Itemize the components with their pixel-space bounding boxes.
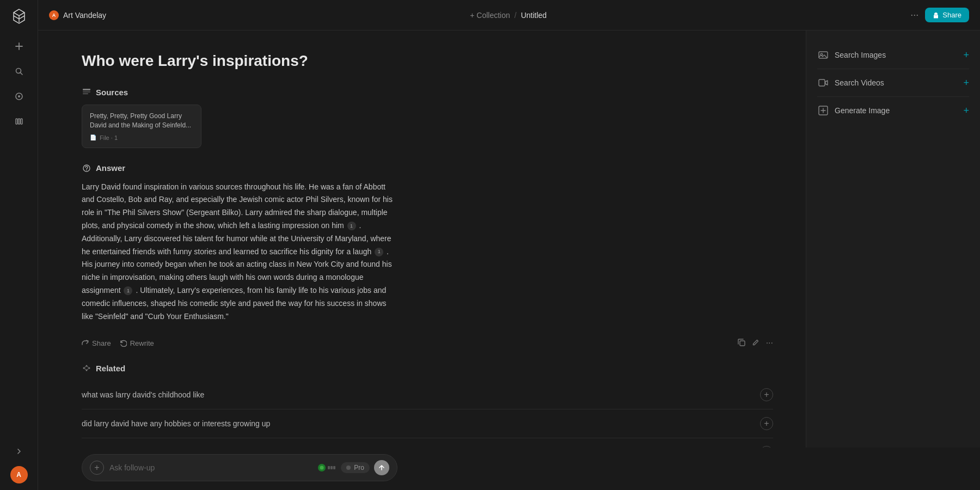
share-icon — [82, 340, 89, 347]
topbar: A Art Vandelay + Collection / Untitled ·… — [38, 0, 980, 30]
sources-label: Sources — [96, 88, 128, 97]
source-card-footer: 📄 File · 1 — [90, 134, 193, 141]
search-videos-item[interactable]: Search Videos + — [817, 69, 969, 97]
citation-1: 1 — [347, 222, 356, 230]
related-item-text: did larry david have any hobbies or inte… — [82, 419, 270, 428]
share-answer-label: Share — [92, 339, 111, 347]
panel-item-left: Search Videos — [817, 77, 884, 89]
content-area: Who were Larry's inspirations? Sources P… — [38, 30, 980, 448]
generate-image-icon — [817, 105, 829, 117]
svg-rect-3 — [16, 119, 17, 124]
share-answer-button[interactable]: Share — [82, 339, 111, 347]
answer-actions: Share Rewrite ··· — [82, 332, 773, 348]
more-answer-button[interactable]: ··· — [766, 338, 773, 348]
follow-up-input[interactable] — [109, 463, 311, 472]
pro-dot — [346, 465, 351, 470]
related-item[interactable]: what was larry david's childhood like + — [82, 381, 773, 409]
copy-button[interactable] — [738, 339, 745, 348]
right-panel: Search Images + Search Videos + — [806, 30, 980, 448]
lock-icon — [933, 12, 939, 19]
svg-rect-11 — [740, 341, 745, 346]
svg-point-21 — [320, 466, 324, 470]
avatar[interactable]: A — [10, 466, 28, 483]
related-item-text: what was larry david's childhood like — [82, 390, 204, 399]
answer-section: Answer Larry David found inspiration in … — [82, 163, 773, 348]
related-plus-icon: + — [760, 417, 773, 430]
library-button[interactable] — [9, 111, 29, 132]
sources-section: Sources Pretty, Pretty, Pretty Good Larr… — [82, 87, 773, 148]
pro-label: Pro — [354, 464, 364, 471]
svg-rect-4 — [18, 119, 20, 124]
topbar-user[interactable]: A Art Vandelay — [49, 10, 106, 20]
source-card-meta: File · 1 — [100, 134, 118, 141]
answer-part-1: Larry David found inspiration in various… — [82, 182, 393, 230]
sources-icon — [82, 87, 91, 97]
send-icon — [378, 464, 385, 471]
more-options-button[interactable]: ··· — [910, 9, 918, 21]
share-label: Share — [942, 11, 961, 19]
edit-button[interactable] — [752, 339, 759, 348]
edit-icon — [752, 339, 759, 346]
input-right-controls: Pro — [317, 460, 389, 475]
topbar-right: ··· Share — [910, 8, 969, 22]
related-section: Related what was larry david's childhood… — [82, 363, 773, 448]
svg-point-13 — [86, 365, 88, 367]
svg-point-15 — [86, 370, 88, 371]
bottom-bar: + Pro — [38, 448, 980, 490]
app-logo[interactable] — [9, 7, 29, 27]
svg-rect-5 — [21, 119, 22, 124]
panel-add-icon: + — [963, 77, 969, 89]
collection-label[interactable]: + Collection — [470, 11, 510, 20]
source-card-title: Pretty, Pretty, Pretty Good Larry David … — [90, 112, 193, 130]
input-logo — [317, 462, 336, 473]
user-name: Art Vandelay — [63, 11, 106, 20]
pro-badge[interactable]: Pro — [341, 462, 370, 473]
file-icon: 📄 — [90, 134, 96, 140]
new-item-button[interactable] — [9, 36, 29, 57]
generate-image-item[interactable]: Generate Image + — [817, 97, 969, 124]
rewrite-button[interactable]: Rewrite — [120, 339, 154, 347]
user-dot: A — [49, 10, 59, 20]
input-attach-button[interactable]: + — [90, 461, 104, 475]
related-plus-icon: + — [760, 388, 773, 401]
panel-add-icon: + — [963, 50, 969, 61]
related-item[interactable]: how did larry david's upbringing influen… — [82, 438, 773, 448]
answer-header: Answer — [82, 163, 773, 173]
image-search-icon — [817, 49, 829, 61]
search-videos-label: Search Videos — [835, 78, 884, 87]
sources-header: Sources — [82, 87, 773, 97]
page-title-breadcrumb[interactable]: Untitled — [521, 11, 547, 20]
source-card[interactable]: Pretty, Pretty, Pretty Good Larry David … — [82, 105, 201, 148]
svg-rect-8 — [83, 94, 88, 95]
sidebar-collapse-button[interactable] — [9, 441, 29, 462]
answer-label: Answer — [96, 163, 125, 173]
topbar-breadcrumb: + Collection / Untitled — [113, 11, 904, 20]
share-button[interactable]: Share — [925, 8, 969, 22]
svg-rect-18 — [819, 79, 825, 86]
panel-item-left: Generate Image — [817, 105, 890, 117]
follow-up-input-container: + Pro — [82, 454, 397, 481]
sidebar: A — [0, 0, 38, 490]
related-item[interactable]: did larry david have any hobbies or inte… — [82, 409, 773, 438]
generate-image-label: Generate Image — [835, 106, 890, 115]
svg-point-10 — [86, 169, 87, 170]
related-label: Related — [96, 364, 125, 373]
video-search-icon — [817, 77, 829, 89]
submit-button[interactable] — [374, 460, 389, 475]
discover-button[interactable] — [9, 86, 29, 107]
svg-point-2 — [18, 95, 20, 97]
answer-text: Larry David found inspiration in various… — [82, 181, 397, 323]
breadcrumb-separator: / — [514, 11, 517, 20]
search-button[interactable] — [9, 61, 29, 82]
main-content: Who were Larry's inspirations? Sources P… — [38, 30, 806, 448]
answer-right-actions: ··· — [738, 338, 773, 348]
related-icon — [82, 363, 91, 373]
page-title: Who were Larry's inspirations? — [82, 52, 773, 70]
rewrite-icon — [120, 340, 127, 347]
svg-point-9 — [83, 165, 90, 171]
rewrite-label: Rewrite — [130, 339, 154, 347]
copy-icon — [738, 339, 745, 346]
citation-3: 1 — [124, 286, 132, 295]
svg-rect-7 — [83, 91, 90, 93]
search-images-item[interactable]: Search Images + — [817, 41, 969, 69]
